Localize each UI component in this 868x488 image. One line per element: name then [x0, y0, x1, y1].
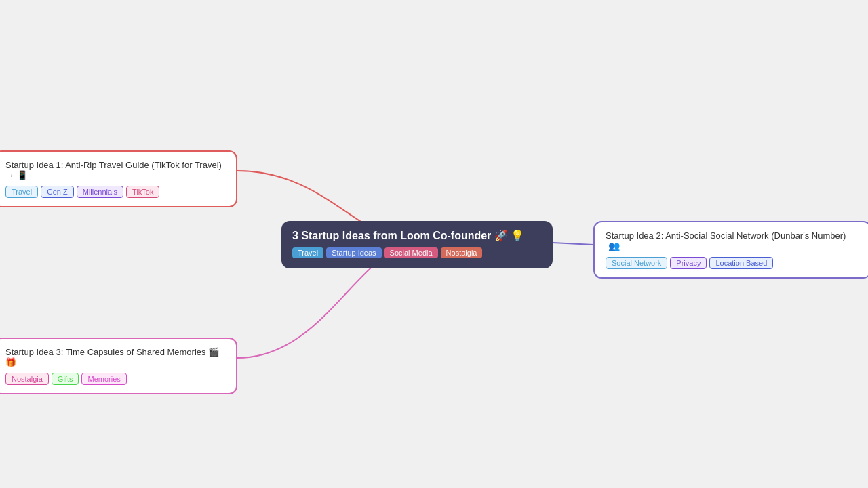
mind-map-canvas: 3 Startup Ideas from Loom Co-founder 🚀 💡…: [0, 0, 868, 488]
tag-nostalgia: Nostalgia: [441, 247, 483, 258]
idea2-node-title: Startup Idea 2: Anti-Social Social Netwo…: [606, 230, 859, 251]
tag-travel: Travel: [292, 247, 323, 258]
center-node-title: 3 Startup Ideas from Loom Co-founder 🚀 💡: [292, 229, 542, 242]
idea1-icon: 📱: [17, 170, 28, 180]
center-node[interactable]: 3 Startup Ideas from Loom Co-founder 🚀 💡…: [281, 221, 553, 268]
tag-idea1-genz: Gen Z: [41, 186, 74, 198]
idea1-node[interactable]: Startup Idea 1: Anti-Rip Travel Guide (T…: [0, 150, 237, 207]
idea3-node[interactable]: Startup Idea 3: Time Capsules of Shared …: [0, 338, 237, 394]
idea2-node-tags: Social Network Privacy Location Based: [606, 257, 859, 269]
tag-startup-ideas: Startup Ideas: [326, 247, 381, 258]
idea3-node-title: Startup Idea 3: Time Capsules of Shared …: [5, 347, 225, 367]
tag-idea1-tiktok: TikTok: [126, 186, 159, 198]
tag-idea3-gifts: Gifts: [52, 373, 79, 385]
idea1-node-tags: Travel Gen Z Millennials TikTok: [5, 186, 225, 198]
tag-idea1-travel: Travel: [5, 186, 38, 198]
tag-idea3-memories: Memories: [81, 373, 126, 385]
tag-idea2-privacy: Privacy: [670, 257, 707, 269]
center-node-tags: Travel Startup Ideas Social Media Nostal…: [292, 247, 542, 258]
idea2-icon: 👥: [608, 241, 620, 251]
idea3-node-tags: Nostalgia Gifts Memories: [5, 373, 225, 385]
idea1-node-title: Startup Idea 1: Anti-Rip Travel Guide (T…: [5, 160, 225, 180]
tag-idea2-social-network: Social Network: [606, 257, 667, 269]
tag-idea3-nostalgia: Nostalgia: [5, 373, 49, 385]
idea2-node[interactable]: Startup Idea 2: Anti-Social Social Netwo…: [593, 221, 868, 279]
tag-idea2-location-based: Location Based: [709, 257, 773, 269]
tag-social-media: Social Media: [384, 247, 438, 258]
tag-idea1-millennials: Millennials: [77, 186, 123, 198]
